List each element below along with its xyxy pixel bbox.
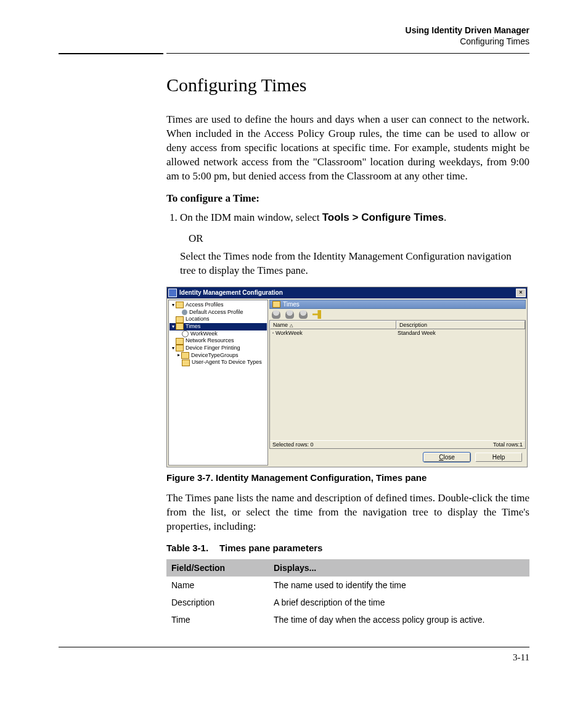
- clock-icon: [182, 330, 189, 337]
- close-button[interactable]: Close: [423, 453, 470, 462]
- table-row: Description A brief description of the t…: [166, 594, 529, 611]
- procedure-heading: To configure a Time:: [166, 192, 529, 205]
- tree-node-user-agent[interactable]: User-Agent To Device Types: [169, 359, 267, 366]
- folder-icon: [176, 323, 184, 330]
- folder-icon: [182, 359, 190, 366]
- key-icon[interactable]: [312, 310, 321, 319]
- folder-icon: [176, 302, 184, 308]
- window-title: Identity Management Configuration: [179, 289, 516, 296]
- or-separator: OR: [189, 232, 529, 245]
- params-table: Field/Section Displays... Name The name …: [166, 559, 529, 628]
- row-description: Standard Week: [395, 330, 525, 336]
- pane-toolbar: [269, 309, 526, 320]
- running-header-section: Configuring Times: [59, 36, 529, 47]
- screenshot-window: Identity Management Configuration × ▾Acc…: [166, 287, 528, 467]
- step-1-suffix: .: [444, 211, 446, 223]
- tree-node-default-access[interactable]: Default Access Profile: [169, 309, 267, 316]
- list-body[interactable]: WorkWeek Standard Week: [270, 329, 525, 440]
- table-caption-number: Table 3-1.: [166, 543, 208, 553]
- pane-header: Times: [269, 300, 526, 309]
- tree-node-device-fp[interactable]: ▾Device Finger Printing: [169, 345, 267, 352]
- times-list: Name △ Description WorkWeek Standard Wee…: [269, 320, 526, 449]
- section-title: Configuring Times: [166, 75, 529, 96]
- after-figure-paragraph: The Times pane lists the name and descri…: [166, 491, 529, 534]
- clock-icon: [272, 332, 274, 334]
- column-header-description[interactable]: Description: [396, 321, 525, 329]
- help-button[interactable]: Help: [475, 453, 522, 462]
- row-name: WorkWeek: [276, 330, 303, 336]
- step-1-prefix: On the IDM main window, select: [180, 211, 322, 223]
- tree-node-times[interactable]: ▾Times: [169, 323, 267, 330]
- procedure-list: On the IDM main window, select Tools > C…: [166, 211, 529, 225]
- tree-node-locations[interactable]: Locations: [169, 316, 267, 323]
- table-header-field: Field/Section: [166, 559, 269, 577]
- window-close-button[interactable]: ×: [516, 289, 526, 297]
- folder-icon: [176, 338, 184, 345]
- list-header: Name △ Description: [270, 321, 525, 329]
- intro-paragraph: Times are used to define the hours and d…: [166, 113, 529, 184]
- window-titlebar: Identity Management Configuration ×: [167, 287, 527, 298]
- cell-field: Time: [166, 611, 269, 628]
- folder-icon: [176, 345, 184, 351]
- table-header-displays: Displays...: [269, 559, 529, 577]
- table-row: Name The name used to identify the time: [166, 577, 529, 594]
- header-rule-thick: [59, 53, 163, 54]
- nav-tree[interactable]: ▾Access Profiles Default Access Profile …: [168, 300, 268, 466]
- cell-field: Name: [166, 577, 269, 594]
- page-number: 3-11: [59, 652, 529, 663]
- folder-icon: [181, 352, 189, 359]
- running-header: Using Identity Driven Manager Configurin…: [59, 25, 529, 47]
- status-total-rows: Total rows:1: [493, 441, 523, 448]
- delete-user-icon[interactable]: [299, 310, 308, 319]
- table-caption-title: Times pane parameters: [219, 543, 322, 553]
- step-1-menu-path: Tools > Configure Times: [322, 211, 444, 223]
- footer-rule: [59, 647, 529, 647]
- table-row: Time The time of day when the access pol…: [166, 611, 529, 628]
- cell-displays: A brief description of the time: [269, 594, 529, 611]
- table-caption: Table 3-1.Times pane parameters: [166, 543, 529, 553]
- edit-user-icon[interactable]: [285, 310, 294, 319]
- column-header-name[interactable]: Name △: [270, 321, 396, 329]
- list-status-bar: Selected rows: 0 Total rows:1: [270, 440, 525, 448]
- pane-title: Times: [283, 301, 300, 308]
- tree-node-access-profiles[interactable]: ▾Access Profiles: [169, 302, 267, 309]
- new-user-icon[interactable]: [272, 310, 280, 319]
- tree-node-workweek[interactable]: WorkWeek: [169, 330, 267, 338]
- tree-node-device-type-groups[interactable]: ▸DeviceTypeGroups: [169, 352, 267, 359]
- list-row[interactable]: WorkWeek Standard Week: [270, 329, 525, 337]
- folder-icon: [272, 301, 280, 308]
- status-selected-rows: Selected rows: 0: [272, 441, 314, 448]
- figure-caption: Figure 3-7. Identity Management Configur…: [166, 472, 529, 483]
- running-header-book: Using Identity Driven Manager: [59, 25, 529, 36]
- window-icon: [168, 289, 177, 297]
- cell-displays: The time of day when the access policy g…: [269, 611, 529, 628]
- folder-icon: [176, 316, 184, 323]
- header-rule-thin: [166, 53, 529, 54]
- gear-icon: [182, 310, 187, 315]
- cell-displays: The name used to identify the time: [269, 577, 529, 594]
- cell-field: Description: [166, 594, 269, 611]
- tree-node-network-resources[interactable]: Network Resources: [169, 337, 267, 345]
- dialog-button-bar: Close Help: [269, 449, 526, 466]
- step-1: On the IDM main window, select Tools > C…: [180, 211, 529, 225]
- step-1-alternative: Select the Times node from the Identity …: [180, 250, 529, 278]
